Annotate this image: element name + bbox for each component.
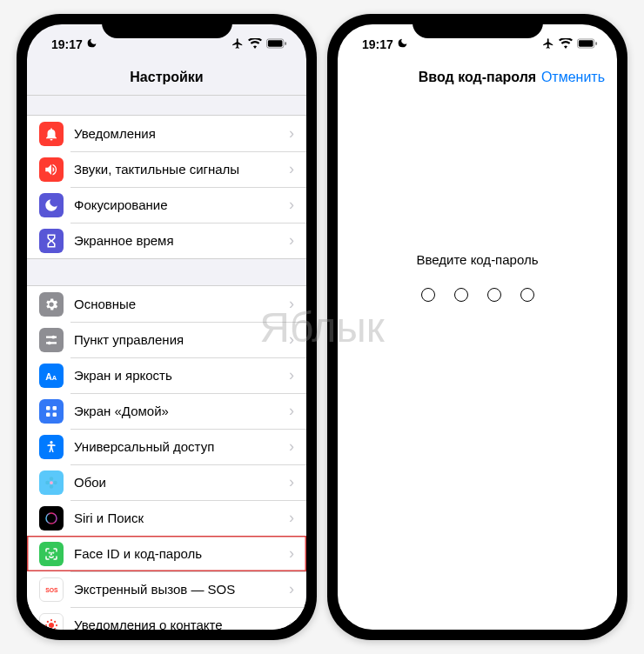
row-screen-time[interactable]: Экранное время › (27, 223, 306, 258)
dnd-moon-icon (397, 37, 408, 51)
cancel-button[interactable]: Отменить (541, 70, 605, 85)
svg-text:SOS: SOS (45, 587, 58, 593)
text-size-icon: AA (39, 364, 64, 388)
svg-rect-7 (46, 406, 50, 410)
row-label: Фокусирование (74, 197, 289, 212)
svg-text:A: A (52, 373, 57, 381)
airplane-icon (542, 37, 554, 52)
passcode-input[interactable] (421, 288, 534, 302)
faceid-icon (39, 542, 64, 566)
exposure-icon (39, 613, 64, 631)
chevron-right-icon: › (289, 295, 294, 313)
svg-point-28 (47, 628, 49, 630)
battery-icon (577, 37, 598, 51)
row-exposure[interactable]: Уведомления о контакте › (27, 607, 306, 630)
row-control-center[interactable]: Пункт управления › (27, 322, 306, 357)
row-notifications[interactable]: Уведомления › (27, 116, 306, 151)
moon-icon (39, 193, 64, 217)
row-accessibility[interactable]: Универсальный доступ › (27, 429, 306, 464)
svg-point-11 (50, 441, 52, 444)
row-label: Уведомления (74, 126, 289, 141)
chevron-right-icon: › (289, 160, 294, 178)
svg-rect-2 (285, 42, 286, 45)
row-label: Экстренный вызов — SOS (74, 582, 289, 597)
row-label: Звуки, тактильные сигналы (74, 162, 289, 177)
chevron-right-icon: › (289, 231, 294, 250)
statusbar: 19:17 (338, 24, 617, 59)
row-focus[interactable]: Фокусирование › (27, 187, 306, 223)
chevron-right-icon: › (289, 544, 294, 563)
row-label: Основные (74, 297, 289, 311)
svg-point-3 (51, 335, 55, 338)
svg-point-15 (45, 480, 50, 484)
airplane-icon (231, 37, 244, 52)
phone-left: 19:17 Настройки Уведомления › (17, 14, 317, 640)
siri-icon (39, 506, 64, 531)
sos-icon: SOS (39, 577, 64, 602)
wifi-icon (248, 37, 262, 51)
svg-rect-10 (53, 412, 57, 417)
svg-point-22 (50, 618, 52, 620)
page-title: Настройки (130, 70, 203, 85)
svg-point-25 (56, 624, 57, 625)
svg-point-13 (50, 477, 54, 481)
chevron-right-icon: › (289, 124, 294, 143)
row-label: Уведомления о контакте (74, 617, 289, 630)
svg-point-27 (54, 620, 56, 622)
wifi-icon (559, 37, 573, 51)
nav-header: Ввод код-пароля Отменить (338, 59, 617, 96)
row-sounds[interactable]: Звуки, тактильные сигналы › (27, 151, 306, 187)
svg-rect-1 (268, 40, 283, 46)
row-wallpaper[interactable]: Обои › (27, 464, 306, 500)
grid-icon (39, 399, 64, 424)
svg-point-12 (50, 481, 53, 484)
svg-point-19 (53, 552, 54, 553)
row-label: Универсальный доступ (74, 439, 289, 454)
row-face-id[interactable]: Face ID и код-пароль › (27, 536, 306, 571)
svg-rect-34 (595, 42, 597, 45)
passcode-prompt: Введите код-пароль (416, 252, 538, 267)
chevron-right-icon: › (289, 616, 294, 630)
svg-rect-8 (53, 406, 57, 410)
svg-point-26 (47, 620, 49, 622)
row-display[interactable]: AA Экран и яркость › (27, 357, 306, 393)
svg-point-16 (53, 480, 57, 484)
battery-icon (266, 37, 287, 51)
row-label: Экранное время (74, 233, 289, 248)
svg-rect-33 (579, 40, 594, 46)
row-sos[interactable]: SOS Экстренный вызов — SOS › (27, 571, 306, 607)
flower-icon (39, 470, 64, 495)
row-siri[interactable]: Siri и Поиск › (27, 500, 306, 536)
screen-settings: 19:17 Настройки Уведомления › (27, 24, 306, 630)
svg-rect-9 (46, 412, 50, 417)
chevron-right-icon: › (289, 509, 294, 527)
svg-point-21 (49, 623, 54, 628)
settings-group-2: Основные › Пункт управления › AA Экран и… (27, 285, 306, 630)
row-label: Экран «Домой» (74, 404, 289, 418)
passcode-dot (520, 288, 534, 302)
nav-header: Настройки (27, 59, 306, 96)
chevron-right-icon: › (289, 196, 294, 214)
passcode-content: Введите код-пароль (338, 96, 617, 630)
svg-point-18 (49, 552, 50, 553)
row-label: Обои (74, 475, 289, 490)
status-time: 19:17 (51, 37, 83, 51)
row-label: Face ID и код-пароль (74, 546, 289, 561)
passcode-dot (421, 288, 435, 302)
statusbar: 19:17 (27, 24, 306, 59)
hourglass-icon (39, 229, 64, 253)
settings-list[interactable]: Уведомления › Звуки, тактильные сигналы … (27, 96, 306, 630)
svg-point-23 (50, 629, 52, 630)
switches-icon (39, 328, 64, 352)
svg-point-24 (45, 624, 47, 625)
chevron-right-icon: › (289, 437, 294, 456)
row-general[interactable]: Основные › (27, 286, 306, 322)
row-home-screen[interactable]: Экран «Домой» › (27, 393, 306, 429)
page-title: Ввод код-пароля (419, 70, 536, 85)
passcode-dot (487, 288, 501, 302)
phone-right: 19:17 Ввод код-пароля Отменить Введите к… (327, 14, 627, 640)
svg-point-29 (54, 628, 56, 630)
status-time: 19:17 (362, 37, 393, 51)
svg-point-17 (46, 513, 57, 524)
passcode-dot (454, 288, 468, 302)
